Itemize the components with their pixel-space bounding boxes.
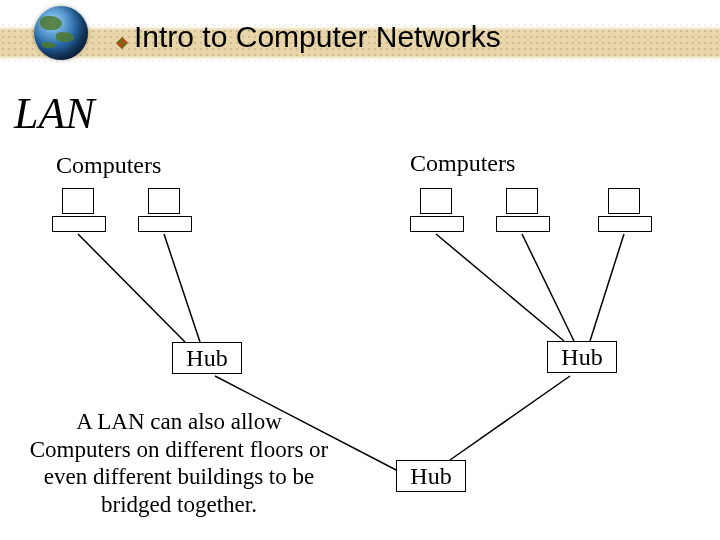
section-heading: LAN	[14, 88, 95, 139]
svg-line-4	[164, 234, 200, 342]
label-computers-right: Computers	[410, 150, 515, 177]
svg-line-5	[436, 234, 564, 341]
svg-marker-2	[116, 43, 122, 49]
description-text: A LAN can also allow Computers on differ…	[24, 408, 334, 518]
computer-icon	[496, 188, 548, 232]
svg-line-7	[590, 234, 624, 341]
hub-right: Hub	[547, 341, 617, 373]
computer-icon	[410, 188, 462, 232]
hub-left: Hub	[172, 342, 242, 374]
svg-line-6	[522, 234, 574, 341]
svg-marker-1	[122, 37, 128, 43]
diamond-bullet-icon	[116, 37, 128, 49]
computer-icon	[598, 188, 650, 232]
computer-icon	[52, 188, 104, 232]
globe-icon	[34, 6, 88, 60]
slide-title: Intro to Computer Networks	[134, 20, 501, 54]
svg-line-9	[450, 376, 570, 460]
label-computers-left: Computers	[56, 152, 161, 179]
svg-line-3	[78, 234, 185, 342]
computer-icon	[138, 188, 190, 232]
slide: Intro to Computer Networks LAN Computers…	[0, 0, 720, 540]
hub-bottom: Hub	[396, 460, 466, 492]
